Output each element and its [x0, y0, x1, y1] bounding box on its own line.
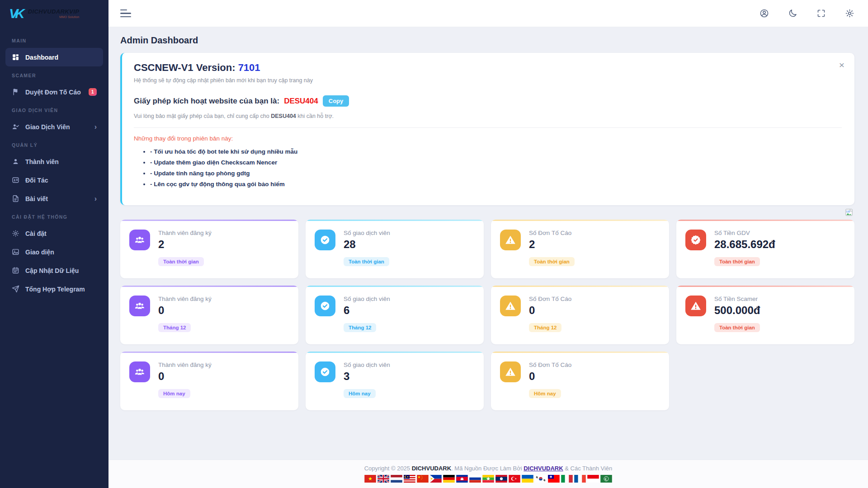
flag-france	[574, 475, 586, 483]
file-text-icon	[12, 195, 19, 202]
stat-period-badge: Hôm nay	[529, 389, 561, 398]
license-note: Vui lòng bảo mật giấy phép của bạn, chỉ …	[134, 113, 842, 119]
flag-netherlands	[391, 475, 402, 483]
brand-logo[interactable]: VK DICHVUDARKVIP MMO Solution	[0, 0, 108, 27]
flags-row	[108, 475, 868, 483]
logo-mark: VK	[9, 6, 26, 21]
stat-card: Thành viên đăng ký0Tháng 12	[120, 286, 298, 344]
sidebar-item-bai-viet[interactable]: Bài viết›	[5, 189, 103, 208]
warning-icon	[500, 361, 521, 382]
gear-icon[interactable]	[845, 9, 854, 18]
page-title: Admin Dashboard	[120, 35, 854, 46]
stat-value: 3	[344, 370, 390, 383]
flag-ukraine	[522, 475, 533, 483]
stat-period-badge: Toàn thời gian	[158, 257, 204, 266]
sidebar-item-label: Đối Tác	[25, 177, 48, 184]
footer: Copyright © 2025 DICHVUDARK. Mã Nguồn Đư…	[108, 460, 868, 488]
sidebar-item-cai-dat[interactable]: Cài đặt	[5, 224, 103, 243]
check-circle-icon	[315, 361, 335, 382]
sidebar-item-label: Cài đặt	[25, 230, 47, 237]
stat-value: 2	[158, 238, 212, 251]
copy-button[interactable]: Copy	[323, 95, 349, 107]
version-title: CSCNEW-V1 Version: 7101	[134, 62, 842, 74]
flag-china	[417, 475, 429, 483]
stat-card: Số Đơn Tố Cáo0Tháng 12	[491, 286, 669, 344]
flag-united-kingdom	[377, 475, 389, 483]
check-circle-icon	[315, 230, 335, 250]
fullscreen-icon[interactable]	[816, 9, 826, 18]
stat-card: Thành viên đăng ký0Hôm nay	[120, 352, 298, 410]
warning-icon	[500, 230, 521, 250]
stat-value: 28.685.692đ	[714, 238, 775, 251]
sidebar-item-giao-dich-vien[interactable]: Giao Dịch Viên›	[5, 117, 103, 136]
sidebar-section-label: QUẢN LÝ	[5, 136, 103, 152]
image-slot	[120, 205, 854, 220]
sidebar-item-doi-tac[interactable]: Đối Tác	[5, 171, 103, 189]
stat-label: Thành viên đăng ký	[158, 361, 212, 368]
stat-value: 28	[344, 238, 390, 251]
sidebar-section-label: GIAO DỊCH VIÊN	[5, 101, 103, 117]
changes-list: - Tối ưu hóa tốc độ bot tele khi sử dụng…	[150, 148, 842, 188]
sidebar-item-thanh-vien[interactable]: Thành viên	[5, 152, 103, 171]
flag-vietnam	[364, 475, 376, 483]
stat-value: 0	[529, 370, 571, 383]
stat-card-body: Thành viên đăng ký2Toàn thời gian	[158, 230, 212, 266]
flag-islamic-emblem	[600, 475, 612, 483]
stat-card-body: Số giao dịch viên3Hôm nay	[344, 361, 390, 398]
sidebar-item-label: Giao Dịch Viên	[25, 123, 70, 131]
stat-period-badge: Toàn thời gian	[529, 257, 575, 266]
sidebar-item-label: Bài viết	[25, 195, 48, 202]
gear-icon	[12, 230, 19, 237]
logo-title: DICHVUDARKVIP	[28, 9, 80, 14]
sidebar-item-duyet-don-to-cao[interactable]: Duyệt Đơn Tố Cáo1	[5, 83, 103, 101]
users-icon	[129, 296, 150, 316]
changelog-item: - Update tính năng tạo phòng gdtg	[150, 170, 842, 177]
license-row: Giấy phép kích hoạt website của bạn là: …	[134, 95, 842, 107]
changelog-item: - Tối ưu hóa tốc độ bot tele khi sử dụng…	[150, 148, 842, 155]
chevron-right-icon: ›	[94, 123, 97, 131]
stat-card: Số giao dịch viên28Toàn thời gian	[306, 220, 484, 278]
sidebar-item-label: Thành viên	[25, 158, 59, 165]
stat-card-body: Thành viên đăng ký0Tháng 12	[158, 296, 212, 332]
stat-card: Số Tiền Scamer500.000đToàn thời gian	[676, 286, 854, 344]
stat-label: Số Tiền GDV	[714, 230, 775, 236]
flag-indonesia	[587, 475, 599, 483]
stat-label: Thành viên đăng ký	[158, 230, 212, 236]
brand-link[interactable]: DICHVUDARK	[524, 465, 563, 472]
sidebar-item-dashboard[interactable]: Dashboard	[5, 48, 103, 66]
changes-title: Những thay đổi trong phiên bản này:	[134, 135, 842, 142]
sidebar-item-label: Giao diện	[25, 249, 54, 256]
users-icon	[129, 361, 150, 382]
stat-card-body: Số giao dịch viên28Toàn thời gian	[344, 230, 390, 266]
stat-label: Số giao dịch viên	[344, 296, 390, 302]
stat-period-badge: Tháng 12	[158, 323, 191, 332]
stat-value: 0	[158, 304, 212, 317]
flag-philippines	[430, 475, 442, 483]
flag-russia	[469, 475, 481, 483]
stat-period-badge: Toàn thời gian	[714, 323, 760, 332]
stat-label: Số giao dịch viên	[344, 230, 390, 236]
stat-label: Số Đơn Tố Cáo	[529, 361, 571, 368]
user-circle-icon[interactable]	[760, 9, 769, 18]
hamburger-menu-icon[interactable]	[120, 9, 131, 17]
flag-cambodia	[456, 475, 468, 483]
changelog-item: - Lên cọc gdv tự động thông qua gói bảo …	[150, 181, 842, 188]
warning-icon	[500, 296, 521, 316]
sidebar-item-tong-hop-telegram[interactable]: Tổng Hợp Telegram	[5, 280, 103, 298]
warning-icon	[685, 296, 706, 316]
sidebar-item-label: Tổng Hợp Telegram	[25, 286, 85, 293]
sidebar-item-cap-nhat-du-lieu[interactable]: Cập Nhật Dữ Liệu	[5, 261, 103, 280]
sidebar-item-label: Duyệt Đơn Tố Cáo	[25, 89, 81, 96]
badge-check-icon	[685, 230, 706, 250]
stat-card-body: Thành viên đăng ký0Hôm nay	[158, 361, 212, 398]
stat-period-badge: Hôm nay	[158, 389, 190, 398]
moon-icon[interactable]	[788, 9, 797, 18]
stat-label: Thành viên đăng ký	[158, 296, 212, 302]
stat-label: Số Đơn Tố Cáo	[529, 230, 575, 236]
image-icon	[12, 248, 19, 256]
sidebar-item-giao-dien[interactable]: Giao diện	[5, 243, 103, 261]
brand-name: DICHVUDARK	[412, 465, 451, 472]
close-icon[interactable]: ×	[839, 60, 844, 70]
version-number: 7101	[238, 62, 260, 73]
stat-label: Số Đơn Tố Cáo	[529, 296, 571, 302]
